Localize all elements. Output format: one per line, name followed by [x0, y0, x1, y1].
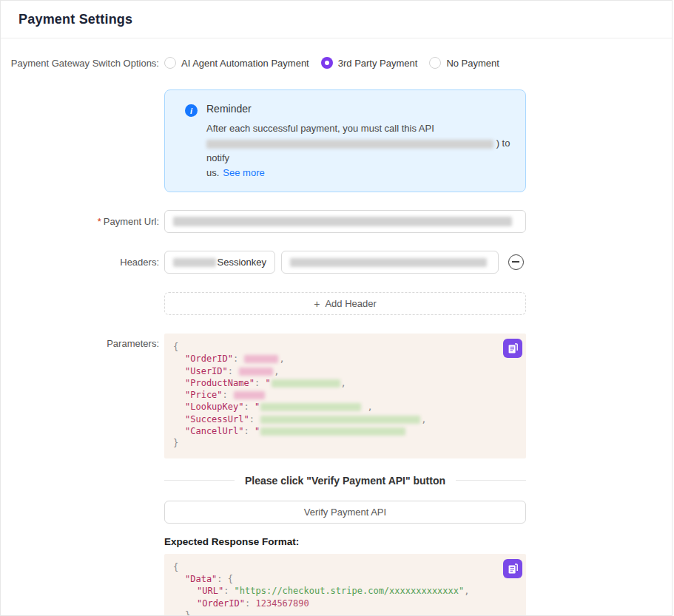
- header-key-visible-text: Sessionkey: [218, 257, 266, 268]
- spacer: [1, 554, 159, 616]
- reminder-body: Reminder After each successful payment, …: [206, 103, 510, 180]
- headers-controls: Sessionkey: [164, 251, 524, 274]
- add-header-button[interactable]: + Add Header: [164, 292, 526, 315]
- info-icon: i: [185, 104, 198, 117]
- redacted-value: [239, 368, 273, 376]
- plus-icon: +: [314, 298, 320, 310]
- code-line: {: [173, 341, 517, 353]
- code-line: "LookupKey": " ,: [173, 401, 517, 413]
- redacted-value: [234, 391, 265, 399]
- code-line: "OrderID": ,: [173, 353, 517, 365]
- code-line: "Price":: [173, 389, 517, 401]
- headers-label: Headers:: [1, 257, 159, 268]
- payment-url-label: *Payment Url:: [1, 216, 159, 227]
- page-title: Payment Settings: [18, 12, 654, 27]
- copy-icon-glyph: [507, 563, 519, 575]
- verify-divider: Please click "Verify Payment API" button: [164, 475, 526, 487]
- redacted-header-value: [290, 258, 487, 267]
- divider-line: [456, 480, 526, 481]
- code-line: },: [173, 609, 517, 616]
- gateway-radio-group: AI Agent Automation Payment 3rd Party Pa…: [164, 57, 511, 69]
- settings-form: Payment Gateway Switch Options: AI Agent…: [1, 38, 672, 616]
- redacted-value: [260, 403, 361, 411]
- redacted-payment-url-value: [173, 217, 512, 226]
- redacted-api-url: [206, 140, 493, 149]
- redacted-header-key: [173, 258, 216, 267]
- parameters-label: Parameters:: [1, 334, 159, 458]
- headers-row: Headers: Sessionkey: [1, 251, 672, 274]
- radio-no-payment[interactable]: No Payment: [429, 57, 499, 69]
- radio-label: 3rd Party Payment: [338, 58, 418, 69]
- code-line: }: [173, 437, 517, 449]
- card-header: Payment Settings: [1, 1, 672, 38]
- redacted-value: [260, 416, 420, 424]
- reminder-line1: After each successful payment, you must …: [206, 123, 434, 134]
- radio-3rd-party-payment[interactable]: 3rd Party Payment: [321, 57, 418, 69]
- redacted-value: [260, 427, 405, 436]
- gateway-options-label: Payment Gateway Switch Options:: [1, 58, 159, 69]
- radio-label: AI Agent Automation Payment: [181, 58, 309, 69]
- radio-unchecked-icon[interactable]: [164, 57, 176, 69]
- reminder-text: After each successful payment, you must …: [206, 121, 510, 180]
- see-more-link[interactable]: See more: [223, 167, 264, 178]
- minus-circle-icon[interactable]: [508, 254, 524, 270]
- gateway-options-row: Payment Gateway Switch Options: AI Agent…: [1, 57, 672, 69]
- copy-icon[interactable]: [503, 559, 522, 578]
- parameters-row: Parameters: { "OrderID": , "UserID": , "…: [1, 334, 672, 458]
- code-line: "CancelUrl": ": [173, 425, 517, 437]
- code-line: "OrderID": 1234567890: [173, 598, 517, 609]
- payment-url-label-text: Payment Url:: [104, 216, 159, 227]
- radio-ai-agent-automation-payment[interactable]: AI Agent Automation Payment: [164, 57, 309, 69]
- header-value-input[interactable]: [281, 251, 499, 274]
- add-header-label: Add Header: [325, 298, 376, 309]
- payment-url-row: *Payment Url:: [1, 210, 672, 233]
- code-line: "URL": "https://checkout.stripe.com/xxxx…: [173, 585, 517, 597]
- verify-instruction-text: Please click "Verify Payment API" button: [245, 475, 445, 487]
- expected-response-label: Expected Response Format:: [164, 536, 672, 547]
- reminder-title: Reminder: [206, 103, 510, 115]
- header-key-input[interactable]: Sessionkey: [164, 251, 275, 274]
- radio-unchecked-icon[interactable]: [429, 57, 441, 69]
- required-asterisk: *: [98, 216, 101, 227]
- redacted-value: [244, 355, 278, 363]
- reminder-alert: i Reminder After each successful payment…: [164, 89, 526, 192]
- redacted-value: [272, 379, 340, 387]
- response-block-wrap: { "Data": { "URL": "https://checkout.str…: [1, 554, 672, 616]
- code-line: "Data": {: [173, 573, 517, 585]
- radio-label: No Payment: [446, 58, 499, 69]
- payment-settings-card: Payment Settings Payment Gateway Switch …: [0, 0, 673, 616]
- code-line: "SuccessUrl": ,: [173, 413, 517, 425]
- copy-icon-glyph: [507, 342, 519, 354]
- code-line: "ProductName": ",: [173, 377, 517, 389]
- response-code-block: { "Data": { "URL": "https://checkout.str…: [164, 554, 526, 616]
- code-line: {: [173, 561, 517, 573]
- verify-payment-api-button[interactable]: Verify Payment API: [164, 501, 526, 524]
- divider-line: [164, 480, 235, 481]
- radio-checked-icon[interactable]: [321, 57, 333, 69]
- parameters-code-block: { "OrderID": , "UserID": , "ProductName"…: [164, 334, 526, 458]
- code-line: "UserID": ,: [173, 365, 517, 377]
- reminder-line3-prefix: us.: [206, 167, 219, 178]
- copy-icon[interactable]: [503, 339, 522, 358]
- payment-url-input[interactable]: [164, 210, 526, 233]
